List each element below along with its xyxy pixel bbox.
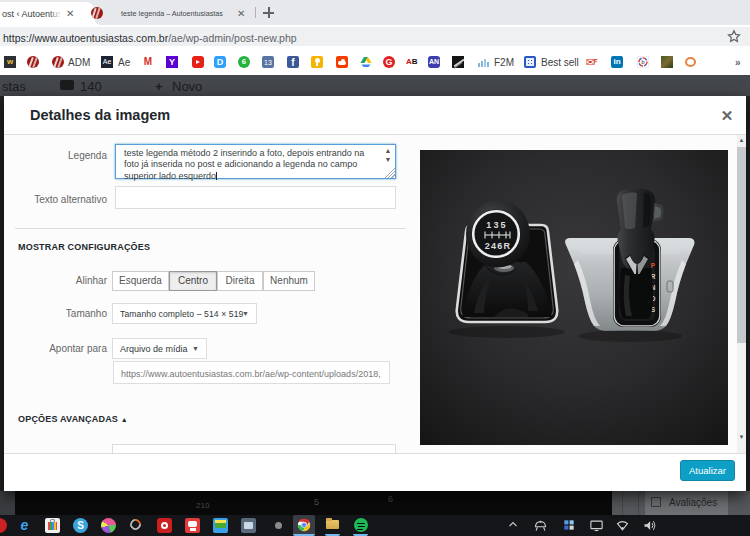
svg-text:135: 135: [486, 220, 508, 230]
svg-text:P: P: [651, 262, 656, 269]
svg-text:b: b: [641, 59, 644, 65]
svg-text:246R: 246R: [485, 241, 511, 251]
